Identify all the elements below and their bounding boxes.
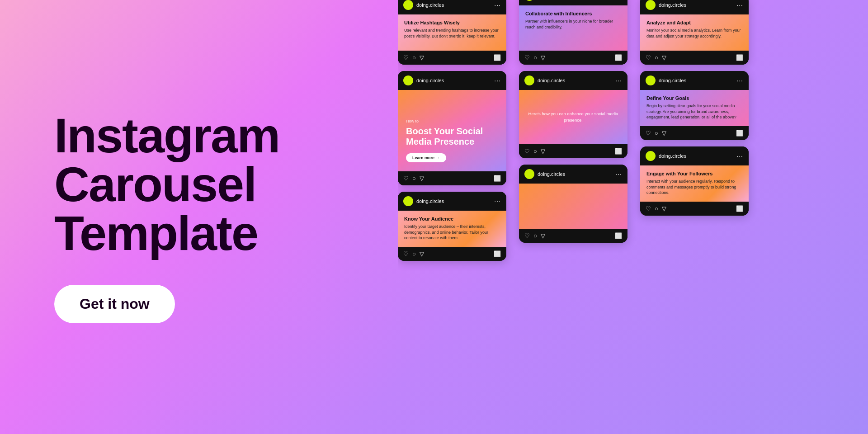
centered-text: Here's how you can enhance your social m…	[525, 111, 621, 124]
card-title: Collaborate with Influencers	[525, 11, 621, 16]
ig-card-footer: ♡ ○ ▽ ⬜	[640, 202, 749, 216]
ig-card-goals: doing.circles ··· Define Your Goals Begi…	[640, 71, 749, 140]
heart-icon[interactable]: ♡	[524, 148, 530, 155]
ig-card-header: doing.circles ···	[519, 0, 627, 5]
bookmark-icon[interactable]: ⬜	[615, 54, 622, 61]
ig-username: doing.circles	[538, 171, 565, 177]
share-icon[interactable]: ▽	[420, 175, 424, 182]
share-icon[interactable]: ▽	[541, 232, 545, 239]
card-text: Use relevant and trending hashtags to in…	[404, 28, 500, 39]
cards-col-2: doing.circles ··· Collaborate with Influ…	[519, 0, 627, 243]
share-icon[interactable]: ▽	[541, 54, 545, 61]
ig-more-icon[interactable]: ···	[494, 77, 501, 84]
ig-username: doing.circles	[659, 78, 686, 83]
comment-icon[interactable]: ○	[412, 250, 416, 257]
heart-icon[interactable]: ♡	[524, 232, 530, 239]
ig-card-influencers: doing.circles ··· Collaborate with Influ…	[519, 0, 627, 65]
heart-icon[interactable]: ♡	[524, 54, 530, 61]
hero-title: Instagram Carousel Template	[54, 111, 344, 258]
bookmark-icon[interactable]: ⬜	[494, 175, 501, 182]
cta-button[interactable]: Get it now	[54, 285, 175, 323]
bookmark-icon[interactable]: ⬜	[736, 130, 743, 137]
share-icon[interactable]: ▽	[662, 205, 666, 212]
ig-card-enhance: doing.circles ··· Here's how you can enh…	[519, 71, 627, 158]
ig-card-header: doing.circles ···	[519, 71, 627, 90]
ig-more-icon[interactable]: ···	[736, 152, 743, 160]
mockup-section: doing.circles ··· Utilize Hashtags Wisel…	[398, 0, 868, 434]
card-text: Monitor your social media analytics. Lea…	[646, 28, 742, 39]
avatar	[403, 75, 413, 85]
comment-icon[interactable]: ○	[655, 130, 658, 137]
avatar	[524, 0, 534, 1]
ig-card-placeholder: doing.circles ··· ♡ ○ ▽ ⬜	[519, 165, 627, 243]
ig-more-icon[interactable]: ···	[615, 77, 622, 84]
share-icon[interactable]: ▽	[420, 54, 424, 61]
bookmark-icon[interactable]: ⬜	[494, 54, 501, 61]
ig-card-body	[519, 184, 627, 229]
card-text: Identify your target audience – their in…	[404, 224, 500, 241]
comment-icon[interactable]: ○	[412, 54, 416, 61]
hero-section: Instagram Carousel Template Get it now	[0, 0, 398, 434]
avatar	[403, 0, 413, 10]
ig-more-icon[interactable]: ···	[736, 77, 743, 84]
comment-icon[interactable]: ○	[655, 205, 658, 212]
avatar	[524, 75, 534, 85]
ig-card-body: Collaborate with Influencers Partner wit…	[519, 5, 627, 51]
avatar	[646, 75, 656, 85]
ig-card-footer: ♡ ○ ▽ ⬜	[640, 51, 749, 65]
learn-more-button[interactable]: Learn more →	[406, 153, 446, 162]
cards-col-1: doing.circles ··· Utilize Hashtags Wisel…	[398, 0, 506, 261]
ig-card-header: doing.circles ···	[398, 71, 506, 90]
avatar	[524, 169, 534, 179]
ig-card-footer: ♡ ○ ▽ ⬜	[519, 229, 627, 243]
avatar	[403, 196, 413, 206]
how-to-label: How to	[406, 119, 498, 123]
comment-icon[interactable]: ○	[533, 54, 537, 61]
ig-card-header: doing.circles ···	[640, 71, 749, 90]
ig-card-body: Define Your Goals Begin by setting clear…	[640, 90, 749, 126]
ig-username: doing.circles	[416, 78, 444, 83]
ig-card-body: Engage with Your Followers Interact with…	[640, 165, 749, 202]
bookmark-icon[interactable]: ⬜	[736, 54, 743, 61]
ig-card-body: Utilize Hashtags Wisely Use relevant and…	[398, 14, 506, 51]
ig-more-icon[interactable]: ···	[615, 170, 622, 178]
ig-more-icon[interactable]: ···	[736, 1, 743, 9]
ig-card-header: doing.circles ···	[519, 165, 627, 184]
share-icon[interactable]: ▽	[662, 54, 666, 61]
comment-icon[interactable]: ○	[533, 232, 537, 239]
card-title: Utilize Hashtags Wisely	[404, 20, 500, 25]
ig-card-audience: doing.circles ··· Know Your Audience Ide…	[398, 192, 506, 261]
ig-username: doing.circles	[416, 2, 444, 8]
share-icon[interactable]: ▽	[541, 148, 545, 155]
cards-col-3: doing.circles ··· Analyze and Adapt Moni…	[640, 0, 749, 216]
ig-card-footer: ♡ ○ ▽ ⬜	[640, 126, 749, 140]
heart-icon[interactable]: ♡	[403, 175, 409, 182]
heart-icon[interactable]: ♡	[403, 54, 409, 61]
bookmark-icon[interactable]: ⬜	[736, 205, 743, 212]
ig-card-cover: doing.circles ··· How to Boost Your Soci…	[398, 71, 506, 185]
ig-card-header: doing.circles ···	[398, 192, 506, 211]
ig-more-icon[interactable]: ···	[494, 1, 501, 9]
avatar	[646, 151, 656, 161]
ig-card-cover-body: How to Boost Your Social Media Presence …	[398, 90, 506, 171]
ig-card-header: doing.circles ···	[398, 0, 506, 14]
comment-icon[interactable]: ○	[533, 148, 537, 155]
card-text: Partner with influencers in your niche f…	[525, 19, 621, 30]
ig-more-icon[interactable]: ···	[494, 198, 501, 205]
ig-card-header: doing.circles ···	[640, 0, 749, 14]
bookmark-icon[interactable]: ⬜	[615, 232, 622, 239]
share-icon[interactable]: ▽	[420, 250, 424, 257]
bookmark-icon[interactable]: ⬜	[494, 250, 501, 257]
comment-icon[interactable]: ○	[412, 175, 416, 182]
share-icon[interactable]: ▽	[662, 130, 666, 137]
heart-icon[interactable]: ♡	[403, 250, 409, 257]
comment-icon[interactable]: ○	[655, 54, 658, 61]
ig-card-footer: ♡ ○ ▽ ⬜	[398, 171, 506, 185]
ig-card-body: Know Your Audience Identify your target …	[398, 211, 506, 247]
heart-icon[interactable]: ♡	[646, 54, 651, 61]
bookmark-icon[interactable]: ⬜	[615, 148, 622, 155]
ig-card-footer: ♡ ○ ▽ ⬜	[519, 144, 627, 158]
cover-title: Boost Your Social Media Presence	[406, 126, 498, 147]
heart-icon[interactable]: ♡	[646, 205, 651, 212]
heart-icon[interactable]: ♡	[646, 130, 651, 137]
